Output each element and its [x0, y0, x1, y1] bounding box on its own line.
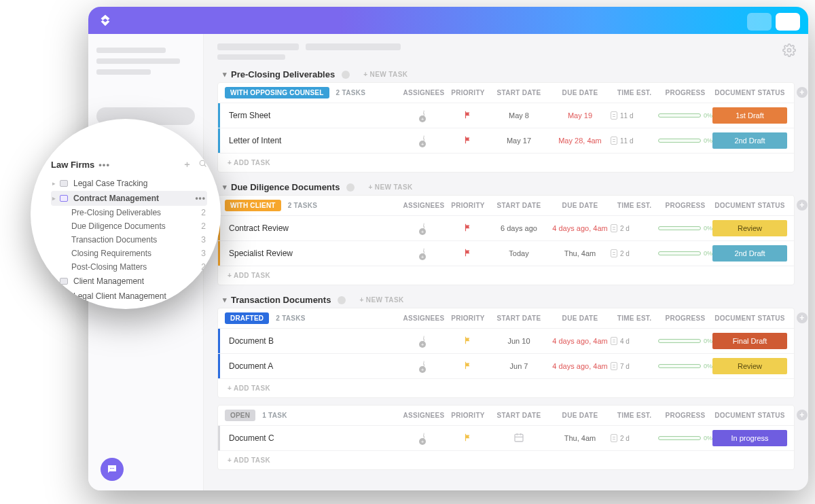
due-date[interactable]: Thu, 4am: [549, 434, 611, 442]
new-task-button[interactable]: + NEW TASK: [363, 71, 408, 78]
add-column-button[interactable]: +: [797, 410, 808, 420]
add-column-button[interactable]: +: [797, 200, 808, 211]
progress-cell[interactable]: 0%: [658, 225, 712, 232]
priority-flag-icon[interactable]: [448, 110, 488, 122]
info-icon[interactable]: [338, 296, 346, 304]
chevron-right-icon[interactable]: ▸: [52, 278, 56, 285]
info-icon[interactable]: [342, 71, 350, 79]
progress-cell[interactable]: 0%: [658, 338, 712, 344]
more-icon[interactable]: •••: [195, 194, 206, 203]
task-row[interactable]: Document A + Jun 7 4 days ago, 4am 7 d 0…: [218, 353, 794, 378]
chevron-right-icon[interactable]: ▸: [52, 195, 56, 202]
start-date[interactable]: May 8: [488, 111, 549, 120]
assignee-cell[interactable]: +: [400, 223, 448, 233]
assignee-cell[interactable]: +: [400, 111, 448, 120]
priority-flag-icon[interactable]: [448, 361, 488, 372]
topbar-pill[interactable]: [776, 13, 800, 31]
task-row[interactable]: Document B + Jun 10 4 days ago, 4am 4 d …: [218, 328, 794, 353]
start-date[interactable]: Jun 7: [488, 362, 549, 370]
section-title[interactable]: ▾ Transaction Documents + NEW TASK: [223, 295, 795, 305]
time-estimate[interactable]: 2 d: [611, 434, 658, 442]
space-header[interactable]: Law Firms ••• ＋: [51, 158, 207, 170]
time-estimate[interactable]: 11 d: [611, 137, 658, 145]
task-row[interactable]: Contract Review + 6 days ago 4 days ago,…: [218, 215, 794, 240]
time-estimate[interactable]: 2 d: [611, 249, 658, 257]
assignee-avatar[interactable]: +: [423, 248, 424, 259]
folder-item[interactable]: ▸ Contract Management •••: [51, 191, 207, 206]
time-estimate[interactable]: 11 d: [611, 111, 658, 120]
folder-item[interactable]: ▸ Legal Case Tracking: [51, 176, 207, 191]
more-icon[interactable]: •••: [98, 160, 110, 170]
new-task-button[interactable]: + NEW TASK: [368, 183, 412, 191]
list-item[interactable]: Closing Requirements 3: [51, 247, 207, 260]
status-pill[interactable]: WITH CLIENT: [225, 200, 281, 211]
document-status-badge[interactable]: 1st Draft: [712, 107, 787, 124]
group-header[interactable]: OPEN 1 TASK ASSIGNEES PRIORITY START DAT…: [218, 406, 794, 425]
task-row[interactable]: Letter of Intent + May 17 May 28, 4am 11…: [218, 128, 794, 153]
list-item[interactable]: Post-Closing Matters 2: [51, 260, 207, 274]
new-task-button[interactable]: + NEW TASK: [359, 296, 403, 304]
document-status-badge[interactable]: 2nd Draft: [712, 245, 787, 262]
list-item[interactable]: Pre-Closing Deliverables 2: [51, 206, 207, 219]
section-title[interactable]: ▾ Due Diligence Documents + NEW TASK: [223, 182, 795, 192]
assignee-avatar[interactable]: +: [423, 336, 424, 346]
topbar-pill[interactable]: [747, 13, 772, 31]
assignee-avatar[interactable]: +: [423, 361, 424, 372]
list-item[interactable]: Transaction Documents 3: [51, 233, 207, 247]
progress-cell[interactable]: 0%: [658, 250, 712, 257]
due-date[interactable]: 4 days ago, 4am: [549, 362, 611, 370]
assignee-cell[interactable]: +: [400, 361, 448, 371]
status-pill[interactable]: OPEN: [225, 410, 255, 421]
start-date[interactable]: Jun 10: [488, 337, 549, 345]
assignee-avatar[interactable]: +: [423, 135, 424, 146]
chevron-right-icon[interactable]: ▸: [52, 293, 56, 300]
progress-cell[interactable]: 0%: [658, 363, 712, 370]
assignee-avatar[interactable]: +: [423, 223, 424, 234]
document-status-badge[interactable]: Final Draft: [712, 333, 787, 349]
priority-flag-icon[interactable]: [448, 248, 488, 259]
priority-flag-icon[interactable]: [448, 433, 488, 444]
assignee-avatar[interactable]: +: [423, 433, 424, 444]
list-item[interactable]: Due Diligence Documents 2: [51, 219, 207, 233]
task-row[interactable]: Specialist Review + Today Thu, 4am 2 d 0…: [218, 240, 794, 266]
chat-icon[interactable]: [101, 458, 124, 481]
due-date[interactable]: May 28, 4am: [549, 137, 611, 145]
folder-item[interactable]: ▸ Client Management: [51, 274, 207, 289]
add-task-button[interactable]: + ADD TASK: [218, 378, 794, 397]
status-pill[interactable]: DRAFTED: [225, 312, 269, 324]
due-date[interactable]: Thu, 4am: [549, 249, 611, 257]
document-status-badge[interactable]: Review: [712, 358, 787, 374]
add-column-button[interactable]: +: [797, 87, 808, 98]
gear-icon[interactable]: [782, 43, 796, 60]
priority-flag-icon[interactable]: [448, 135, 488, 147]
start-date[interactable]: May 17: [488, 137, 549, 145]
start-date[interactable]: [488, 432, 549, 444]
add-icon[interactable]: ＋: [183, 158, 192, 170]
chevron-down-icon[interactable]: ▾: [223, 70, 227, 79]
time-estimate[interactable]: 7 d: [611, 362, 658, 370]
due-date[interactable]: 4 days ago, 4am: [549, 337, 611, 345]
add-task-button[interactable]: + ADD TASK: [218, 266, 794, 285]
time-estimate[interactable]: 2 d: [611, 224, 658, 232]
assignee-cell[interactable]: +: [400, 249, 448, 258]
add-column-button[interactable]: +: [797, 312, 808, 323]
start-date[interactable]: 6 days ago: [488, 224, 549, 232]
priority-flag-icon[interactable]: [448, 336, 488, 347]
due-date[interactable]: May 19: [549, 111, 611, 120]
add-task-button[interactable]: + ADD TASK: [218, 450, 794, 469]
group-header[interactable]: WITH CLIENT 2 TASKS ASSIGNEES PRIORITY S…: [218, 196, 794, 215]
progress-cell[interactable]: 0%: [658, 112, 712, 119]
task-row[interactable]: Document C + Thu, 4am 2 d 0% In progress: [218, 425, 794, 450]
assignee-cell[interactable]: +: [400, 433, 448, 443]
progress-cell[interactable]: 0%: [658, 137, 712, 144]
chevron-down-icon[interactable]: ▾: [223, 295, 227, 304]
status-pill[interactable]: WITH OPPOSING COUNSEL: [225, 87, 329, 98]
document-status-badge[interactable]: 2nd Draft: [712, 132, 787, 149]
time-estimate[interactable]: 4 d: [611, 337, 658, 345]
document-status-badge[interactable]: In progress: [712, 430, 787, 446]
info-icon[interactable]: [346, 183, 355, 192]
assignee-avatar[interactable]: +: [423, 110, 424, 121]
group-header[interactable]: WITH OPPOSING COUNSEL 2 TASKS ASSIGNEES …: [218, 83, 794, 103]
assignee-cell[interactable]: +: [400, 336, 448, 346]
due-date[interactable]: 4 days ago, 4am: [549, 224, 611, 232]
